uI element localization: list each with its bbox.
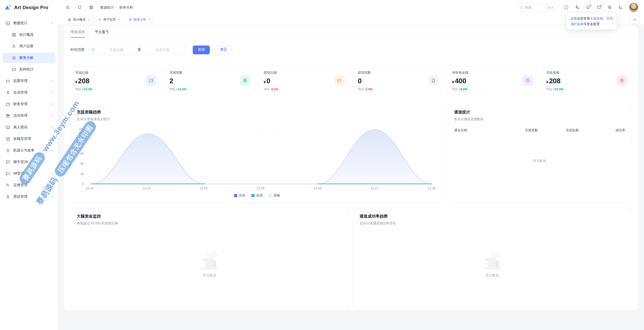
channel-success-card: 通道成功率趋势 近30天各通道成功率变化 <box>353 208 631 309</box>
legend-swatch <box>269 194 272 197</box>
close-icon[interactable]: × <box>88 18 90 22</box>
area-chart: 108 100 80 60 40 20 0 <box>77 126 437 191</box>
apps-grid-icon[interactable] <box>87 4 95 11</box>
user-icon <box>98 18 102 21</box>
query-button[interactable]: 查询 <box>193 46 210 54</box>
close-icon[interactable]: × <box>118 18 120 22</box>
empty-text: 暂无数据 <box>203 273 216 278</box>
y-tick: 60 <box>77 152 84 155</box>
y-tick: 20 <box>77 172 84 176</box>
search-input[interactable] <box>525 6 543 9</box>
chart-legend: 充值 提现 差额 <box>77 193 437 198</box>
finance-icon <box>129 18 132 21</box>
grid-icon <box>12 32 16 37</box>
global-search[interactable]: Ctrl k <box>516 3 557 12</box>
legend-swatch <box>234 194 237 197</box>
breadcrumb-item[interactable]: 财务分析 <box>119 5 133 10</box>
sidebar-item-chatroom28[interactable]: 聊天室28 <box>0 156 58 168</box>
y-tick: 80 <box>77 142 84 145</box>
panel-body: 时间范围 至 查询 重置 <box>64 38 638 309</box>
sidebar-item-lottery-stats[interactable]: 彩种统计 <box>0 64 58 75</box>
sidebar-item-label: 会员管理 <box>13 90 27 95</box>
sidebar-item-yuebao-manage[interactable]: 余额宝管理 <box>0 133 58 145</box>
wallet-icon <box>146 75 156 86</box>
channel-stats-card: 通道统计 各支付通道充值数据 通道名称 充值笔数 充值金额 成功率 暂无数据 <box>448 104 631 203</box>
fullscreen-icon[interactable] <box>564 5 569 10</box>
dark-mode-moon-icon[interactable] <box>618 5 623 10</box>
channel-success-empty: 暂无数据 <box>359 226 625 301</box>
message-icon <box>6 171 10 176</box>
main-column: 数据统计 / 财务分析 Ctrl k <box>58 0 644 330</box>
sidebar-item-label: 真人视讯 <box>13 125 27 130</box>
reset-button[interactable]: 重置 <box>215 46 232 54</box>
sidebar-item-label: 系统管理 <box>13 194 27 199</box>
date-range-separator: 至 <box>138 48 141 52</box>
sidebar-item-label: 运维管理 <box>13 183 27 187</box>
subtab-fund-flow[interactable]: 资金流水 <box>71 26 85 38</box>
sidebar-item-user-operation[interactable]: 用户运营 <box>0 40 58 52</box>
empty-text: 暂无数据 <box>486 273 499 278</box>
chevron-down-icon <box>51 184 54 187</box>
topbar-icons <box>564 3 638 12</box>
legend-recharge[interactable]: 充值 <box>234 193 245 198</box>
sidebar-item-robot-orders[interactable]: 机器人与发单 <box>0 145 58 156</box>
tab-finance-analysis[interactable]: 财务分析 × <box>125 16 153 23</box>
calendar-icon <box>91 48 95 52</box>
sidebar-item-label: 活动管理 <box>13 113 27 118</box>
sidebar-item-data-stats[interactable]: 数据统计 <box>0 17 58 29</box>
sidebar-item-label: 彩票管理 <box>13 79 27 83</box>
menu-fold-icon[interactable] <box>64 4 72 11</box>
subtab-platform-pnl[interactable]: 平台盈亏 <box>95 26 109 38</box>
sidebar-item-member-manage[interactable]: 会员管理 <box>0 87 58 98</box>
close-icon[interactable]: × <box>148 18 150 22</box>
bar-chart-icon <box>6 21 10 26</box>
notification-bell-icon[interactable] <box>586 5 590 10</box>
chevron-down-icon <box>51 126 54 129</box>
chat-badge <box>600 5 602 6</box>
ticket-icon <box>12 67 16 72</box>
sidebar-item-lottery-manage[interactable]: 彩票管理 <box>0 75 58 87</box>
robot-icon <box>6 148 10 153</box>
chevron-down-icon <box>51 172 54 175</box>
sidebar-item-label: 机器人与发单 <box>13 148 34 153</box>
start-date-input[interactable] <box>97 48 136 52</box>
sidebar-item-stats-overview[interactable]: 统计概况 <box>0 29 58 40</box>
tab-actions-button[interactable] <box>630 16 639 24</box>
sidebar-item-im-manage[interactable]: IM管理 <box>0 168 58 179</box>
settings-gear-icon[interactable] <box>607 5 612 10</box>
translate-icon[interactable] <box>575 5 580 10</box>
sidebar-menu: 数据统计 统计概况 用户运营 财务分析 彩种统计 <box>0 15 58 202</box>
sidebar-item-finance-manage[interactable]: 财务管理 <box>0 98 58 110</box>
ticket-icon <box>6 79 10 84</box>
legend-diff[interactable]: 差额 <box>269 193 280 198</box>
user-icon <box>6 90 10 95</box>
app-logo[interactable]: Art Design Pro <box>0 0 58 15</box>
stat-card-withdraw-count: 提现笔数 0 环比-2.3% <box>353 66 443 95</box>
y-tick: 40 <box>77 162 84 166</box>
tab-stats-overview[interactable]: 统计概况 × <box>65 16 93 23</box>
breadcrumb-item[interactable]: 数据统计 <box>100 5 114 10</box>
end-date-input[interactable] <box>143 48 182 52</box>
chevron-down-icon <box>51 149 54 152</box>
legend-withdraw[interactable]: 提现 <box>251 193 263 198</box>
user-avatar[interactable] <box>629 3 638 12</box>
sidebar-item-live-video[interactable]: 真人视讯 <box>0 121 58 133</box>
topbar: 数据统计 / 财务分析 Ctrl k <box>58 0 644 15</box>
date-range-picker[interactable]: 至 <box>88 45 185 55</box>
tab-label: 统计概况 <box>73 18 86 22</box>
filter-row: 时间范围 至 查询 重置 <box>70 45 631 55</box>
sidebar-item-system-manage[interactable]: 系统管理 <box>0 191 58 202</box>
grid-icon <box>68 18 71 21</box>
channel-title: 通道统计 <box>454 110 625 115</box>
sidebar-item-finance-analysis[interactable]: 财务分析 <box>3 53 55 63</box>
chat-icon[interactable] <box>596 5 601 10</box>
theme-style-link[interactable]: 主题风格 <box>590 17 603 20</box>
empty-box-icon <box>478 249 506 270</box>
yen-circle-icon <box>617 75 627 86</box>
tabstrip: 统计概况 × 用户运营 × 财务分析 × <box>58 15 644 25</box>
empty-box-icon <box>196 249 223 270</box>
refresh-icon[interactable] <box>76 4 83 11</box>
sidebar-item-ops-manage[interactable]: 运维管理 <box>0 179 58 191</box>
tab-user-operation[interactable]: 用户运营 × <box>95 16 123 23</box>
sidebar-item-activity-manage[interactable]: 活动管理 <box>0 110 58 121</box>
